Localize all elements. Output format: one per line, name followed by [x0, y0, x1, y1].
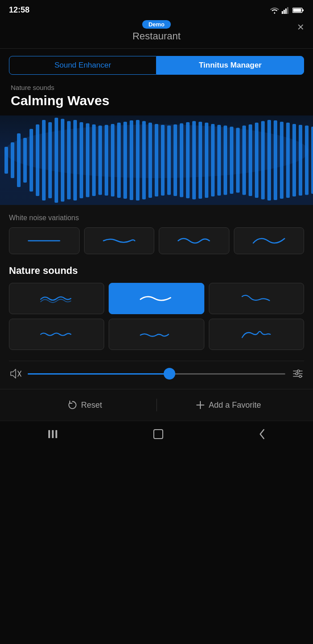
add-favorite-button[interactable]: Add a Favorite — [157, 397, 300, 414]
svg-rect-28 — [130, 120, 133, 200]
svg-rect-30 — [142, 121, 146, 200]
variation-medium[interactable] — [159, 227, 229, 254]
add-icon — [195, 400, 205, 410]
header-title: Restaurant — [132, 30, 181, 42]
nature-wave5-icon — [123, 326, 190, 342]
nature-btn-3[interactable] — [209, 283, 304, 314]
volume-track — [28, 373, 285, 375]
svg-rect-31 — [148, 123, 152, 198]
svg-rect-54 — [292, 124, 296, 196]
svg-rect-3 — [287, 7, 288, 14]
deep-wave-icon — [245, 234, 293, 247]
svg-rect-32 — [155, 124, 158, 196]
signal-icon — [282, 7, 290, 14]
reset-icon — [68, 400, 77, 410]
svg-rect-18 — [67, 121, 71, 200]
svg-rect-39 — [199, 122, 202, 199]
volume-row — [9, 361, 304, 389]
variation-gentle[interactable] — [84, 227, 155, 254]
volume-slider[interactable] — [28, 367, 285, 380]
svg-rect-9 — [11, 142, 14, 178]
svg-rect-73 — [52, 430, 54, 438]
nature-wave1-icon — [24, 290, 90, 307]
tab-tinnitus-manager[interactable]: Tinnitus Manager — [156, 56, 304, 75]
svg-rect-55 — [299, 125, 302, 196]
sound-info: Nature sounds Calming Waves — [0, 79, 313, 115]
nature-btn-5[interactable] — [109, 319, 204, 350]
svg-rect-52 — [280, 122, 283, 199]
svg-rect-14 — [42, 120, 46, 200]
svg-rect-8 — [4, 147, 8, 174]
mute-icon[interactable] — [9, 367, 21, 380]
svg-rect-41 — [211, 124, 215, 196]
svg-rect-72 — [48, 430, 50, 438]
back-icon — [258, 428, 266, 440]
nature-sounds-label: Nature sounds — [9, 265, 304, 277]
flat-wave-icon — [20, 234, 68, 247]
controls-section: White noise variations Nature sounds — [0, 205, 313, 389]
svg-rect-6 — [293, 9, 301, 12]
variation-deep[interactable] — [234, 227, 305, 254]
volume-thumb[interactable] — [164, 368, 175, 380]
svg-rect-24 — [105, 125, 108, 196]
nav-bar — [0, 421, 313, 451]
svg-point-63 — [297, 370, 300, 372]
svg-rect-48 — [255, 123, 258, 198]
recents-icon — [47, 429, 59, 439]
close-button[interactable]: × — [297, 20, 304, 34]
nature-btn-1[interactable] — [9, 283, 104, 314]
svg-rect-16 — [55, 118, 58, 203]
svg-rect-43 — [224, 126, 227, 195]
nature-wave2-icon — [123, 290, 190, 307]
status-bar: 12:58 — [0, 0, 313, 18]
sound-category: Nature sounds — [11, 84, 302, 91]
nav-back[interactable] — [258, 428, 266, 442]
nature-btn-4[interactable] — [9, 319, 104, 350]
svg-rect-21 — [86, 124, 89, 197]
nature-btn-2[interactable] — [109, 283, 204, 314]
svg-rect-1 — [283, 10, 285, 14]
nav-home[interactable] — [152, 428, 164, 442]
equalizer-icon[interactable] — [292, 367, 304, 380]
svg-rect-22 — [92, 124, 96, 196]
waveform-svg — [0, 115, 313, 205]
svg-rect-36 — [180, 124, 183, 197]
svg-rect-40 — [205, 123, 208, 198]
volume-fill — [28, 373, 169, 375]
tab-sound-enhancer[interactable]: Sound Enhancer — [9, 56, 156, 75]
svg-rect-50 — [267, 120, 271, 200]
white-noise-grid — [9, 227, 304, 254]
status-icons — [270, 7, 304, 14]
svg-rect-23 — [98, 126, 102, 195]
nature-sounds-grid — [9, 283, 304, 350]
svg-rect-45 — [236, 128, 240, 193]
reset-button[interactable]: Reset — [13, 397, 156, 414]
svg-rect-27 — [123, 122, 127, 199]
header: Demo Restaurant × — [0, 18, 313, 48]
svg-rect-38 — [192, 121, 196, 200]
svg-rect-44 — [230, 127, 233, 194]
wifi-icon — [270, 7, 279, 14]
variation-flat[interactable] — [9, 227, 80, 254]
svg-rect-42 — [217, 125, 221, 196]
svg-rect-0 — [282, 11, 283, 14]
nature-wave4-icon — [24, 326, 90, 342]
svg-rect-12 — [30, 129, 33, 192]
svg-rect-13 — [36, 124, 39, 196]
svg-rect-17 — [61, 119, 64, 202]
reset-label: Reset — [81, 401, 102, 410]
svg-rect-5 — [302, 9, 304, 11]
nav-recents[interactable] — [47, 429, 59, 441]
svg-rect-51 — [274, 120, 277, 200]
svg-rect-29 — [136, 120, 140, 200]
svg-rect-35 — [173, 124, 177, 196]
svg-rect-46 — [242, 126, 246, 195]
svg-rect-57 — [311, 127, 313, 194]
svg-rect-53 — [286, 123, 290, 198]
nature-btn-6[interactable] — [209, 319, 304, 350]
svg-rect-37 — [186, 122, 190, 198]
svg-rect-75 — [154, 430, 163, 439]
svg-point-69 — [299, 375, 301, 378]
svg-rect-11 — [23, 138, 27, 183]
svg-rect-74 — [55, 430, 57, 438]
